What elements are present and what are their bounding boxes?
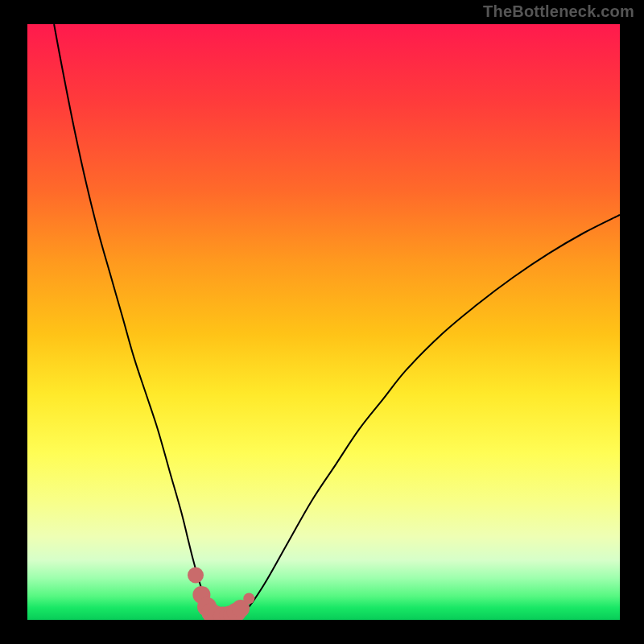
curve-marker xyxy=(243,592,254,604)
curve-marker xyxy=(188,568,204,584)
attribution-text: TheBottleneck.com xyxy=(483,2,634,21)
curve-marker xyxy=(232,600,250,617)
curve-marker xyxy=(197,597,217,617)
curve-marker xyxy=(213,607,233,620)
curve-marker xyxy=(201,603,221,620)
curve-marker xyxy=(219,606,238,620)
chart-plot-area xyxy=(27,24,620,620)
curve-marker xyxy=(192,586,210,604)
chart-frame: TheBottleneck.com xyxy=(0,0,644,644)
curve-marker xyxy=(208,606,227,620)
curve-marker xyxy=(227,602,246,620)
curve-marker xyxy=(223,605,242,620)
bottleneck-curve xyxy=(27,24,620,620)
